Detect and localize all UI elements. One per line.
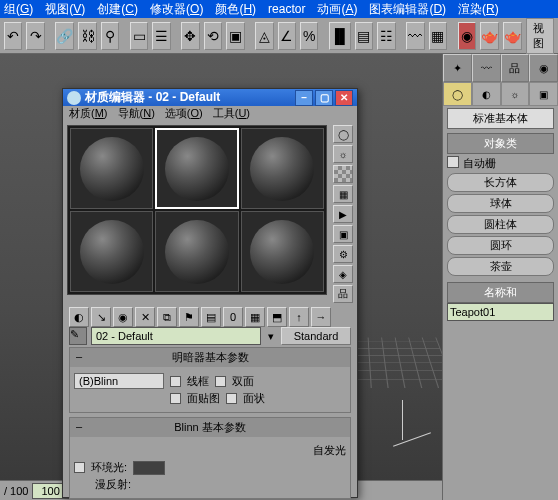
copy-button[interactable]: ⧉ <box>157 307 177 327</box>
main-toolbar: ↶ ↷ 🔗 ⛓ ⚲ ▭ ☰ ✥ ⟲ ▣ ◬ ∠ % ▐▌ ▤ ☷ 〰 ▦ ◉ 🫖… <box>0 18 558 54</box>
material-editor-title: 材质编辑器 - 02 - Default <box>85 89 220 106</box>
ambient-color-swatch[interactable] <box>133 461 165 475</box>
video-check-button[interactable]: ▶ <box>333 205 353 223</box>
two-sided-checkbox[interactable] <box>215 376 226 387</box>
material-slot-4[interactable] <box>70 211 153 292</box>
menu-create[interactable]: 创建(C) <box>97 1 138 18</box>
blinn-params-header[interactable]: Blinn 基本参数 <box>70 418 350 437</box>
bind-button[interactable]: ⚲ <box>101 22 119 50</box>
material-type-button[interactable]: Standard <box>281 327 351 345</box>
material-editor-button[interactable]: ◉ <box>458 22 476 50</box>
shapes-subtab[interactable]: ◐ <box>472 82 501 106</box>
redo-button[interactable]: ↷ <box>26 22 44 50</box>
cylinder-button[interactable]: 圆柱体 <box>447 215 554 234</box>
teapot-button[interactable]: 茶壶 <box>447 257 554 276</box>
lights-subtab[interactable]: ☼ <box>501 82 530 106</box>
mirror-button[interactable]: ▐▌ <box>329 22 351 50</box>
faceted-checkbox[interactable] <box>226 393 237 404</box>
view-dropdown[interactable]: 视图 <box>526 18 554 54</box>
faceted-label: 面状 <box>243 391 265 406</box>
align-button[interactable]: ▤ <box>355 22 373 50</box>
show-end-result-button[interactable]: ⬒ <box>267 307 287 327</box>
render-scene-button[interactable]: 🫖 <box>480 22 499 50</box>
get-material-button[interactable]: ◐ <box>69 307 89 327</box>
minimize-button[interactable]: – <box>295 90 313 106</box>
material-slot-2[interactable] <box>155 128 238 209</box>
torus-button[interactable]: 圆环 <box>447 236 554 255</box>
select-button[interactable]: ▭ <box>130 22 148 50</box>
quick-render-button[interactable]: 🫖 <box>503 22 522 50</box>
go-parent-button[interactable]: ↑ <box>289 307 309 327</box>
curve-editor-button[interactable]: 〰 <box>406 22 424 50</box>
material-slot-1[interactable] <box>70 128 153 209</box>
material-editor-dialog: 材质编辑器 - 02 - Default – ▢ ✕ 材质(M) 导航(N) 选… <box>62 88 358 498</box>
object-name-input[interactable] <box>447 303 554 321</box>
undo-button[interactable]: ↶ <box>4 22 22 50</box>
create-tab[interactable]: ✦ <box>443 54 472 82</box>
put-to-library-button[interactable]: ▤ <box>201 307 221 327</box>
menu-reactor[interactable]: reactor <box>268 2 305 16</box>
preview-button[interactable]: ▣ <box>333 225 353 243</box>
menu-group[interactable]: 组(G) <box>4 1 33 18</box>
material-slot-5[interactable] <box>155 211 238 292</box>
face-map-checkbox[interactable] <box>170 393 181 404</box>
sample-type-button[interactable]: ◯ <box>333 125 353 143</box>
go-forward-button[interactable]: → <box>311 307 331 327</box>
pick-material-button[interactable]: ✎ <box>69 327 87 345</box>
geometry-subtab[interactable]: ◯ <box>443 82 472 106</box>
box-button[interactable]: 长方体 <box>447 173 554 192</box>
category-dropdown[interactable]: 标准基本体 <box>447 108 554 129</box>
material-slot-3[interactable] <box>241 128 324 209</box>
menu-color[interactable]: 颜色(H) <box>215 1 256 18</box>
me-menu-navigate[interactable]: 导航(N) <box>118 106 155 121</box>
autogrid-checkbox[interactable] <box>447 156 459 168</box>
me-menu-material[interactable]: 材质(M) <box>69 106 108 121</box>
menu-graph-editor[interactable]: 图表编辑器(D) <box>369 1 446 18</box>
menu-animation[interactable]: 动画(A) <box>317 1 357 18</box>
me-menu-options[interactable]: 选项(O) <box>165 106 203 121</box>
menu-render[interactable]: 渲染(R) <box>458 1 499 18</box>
material-id-button[interactable]: 0 <box>223 307 243 327</box>
hierarchy-tab[interactable]: 品 <box>501 54 530 82</box>
shader-params-header[interactable]: 明暗器基本参数 <box>70 348 350 367</box>
select-name-button[interactable]: ☰ <box>152 22 170 50</box>
material-map-nav-button[interactable]: 品 <box>333 285 353 303</box>
move-button[interactable]: ✥ <box>181 22 199 50</box>
assign-to-selection-button[interactable]: ◉ <box>113 307 133 327</box>
reset-button[interactable]: ✕ <box>135 307 155 327</box>
options-button[interactable]: ⚙ <box>333 245 353 263</box>
shader-dropdown[interactable]: (B)Blinn <box>74 373 164 389</box>
modify-tab[interactable]: 〰 <box>472 54 501 82</box>
menu-view[interactable]: 视图(V) <box>45 1 85 18</box>
uv-tile-button[interactable]: ▦ <box>333 185 353 203</box>
layer-button[interactable]: ☷ <box>377 22 395 50</box>
angle-snap-button[interactable]: ∠ <box>278 22 296 50</box>
backlight-button[interactable]: ☼ <box>333 145 353 163</box>
rotate-button[interactable]: ⟲ <box>204 22 222 50</box>
link-button[interactable]: 🔗 <box>55 22 74 50</box>
schematic-button[interactable]: ▦ <box>429 22 447 50</box>
maximize-button[interactable]: ▢ <box>315 90 333 106</box>
me-menu-tools[interactable]: 工具(U) <box>213 106 250 121</box>
put-to-scene-button[interactable]: ↘ <box>91 307 111 327</box>
make-unique-button[interactable]: ⚑ <box>179 307 199 327</box>
motion-tab[interactable]: ◉ <box>529 54 558 82</box>
cameras-subtab[interactable]: ▣ <box>529 82 558 106</box>
percent-snap-button[interactable]: % <box>300 22 318 50</box>
unlink-button[interactable]: ⛓ <box>78 22 96 50</box>
viewport-perspective[interactable] <box>0 54 442 58</box>
frame-label: / 100 <box>4 485 28 497</box>
scale-button[interactable]: ▣ <box>226 22 244 50</box>
show-map-button[interactable]: ▦ <box>245 307 265 327</box>
snap-button[interactable]: ◬ <box>255 22 273 50</box>
material-name-input[interactable]: 02 - Default <box>91 327 261 345</box>
ambient-lock-checkbox[interactable] <box>74 462 85 473</box>
material-slot-6[interactable] <box>241 211 324 292</box>
background-button[interactable] <box>333 165 353 183</box>
wire-checkbox[interactable] <box>170 376 181 387</box>
select-by-material-button[interactable]: ◈ <box>333 265 353 283</box>
sphere-button[interactable]: 球体 <box>447 194 554 213</box>
material-editor-titlebar[interactable]: 材质编辑器 - 02 - Default – ▢ ✕ <box>63 89 357 106</box>
menu-modifier[interactable]: 修改器(O) <box>150 1 203 18</box>
close-button[interactable]: ✕ <box>335 90 353 106</box>
